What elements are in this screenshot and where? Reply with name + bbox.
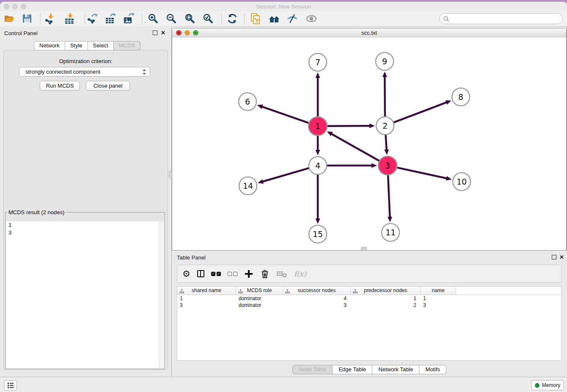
function-builder-icon[interactable]: f(x) (294, 270, 306, 278)
export-table-icon[interactable] (105, 13, 116, 25)
mcds-result-line: 1 (6, 221, 164, 229)
column-header-predecessor-nodes[interactable]: predecessor nodes (351, 287, 421, 295)
close-table-panel-icon[interactable]: ✕ (559, 254, 564, 260)
graph-edge-3-1[interactable] (331, 134, 379, 161)
graph-node-2[interactable]: 2 (376, 117, 394, 135)
graph-node-7[interactable]: 7 (309, 53, 327, 71)
import-table-icon[interactable] (63, 13, 75, 25)
apply-layout-icon[interactable] (226, 13, 238, 25)
open-from-ndex-icon[interactable] (268, 13, 280, 25)
column-type-icon (285, 288, 290, 296)
column-header-name[interactable]: name (421, 287, 456, 295)
zoom-out-icon[interactable] (165, 13, 177, 25)
edge-arrowhead (372, 163, 377, 168)
graph-edge-2-9[interactable] (385, 76, 385, 116)
float-panel-icon[interactable] (153, 30, 157, 35)
column-header-mcds-role[interactable]: MCDS role (236, 287, 283, 295)
tab-network-table[interactable]: Network Table (372, 365, 419, 374)
tab-select[interactable]: Select (88, 41, 114, 50)
graph-node-3[interactable]: 3 (378, 156, 397, 175)
memory-label: Memory (542, 382, 560, 388)
tab-mcds[interactable]: MCDS (114, 41, 140, 50)
tab-motifs[interactable]: Motifs (419, 365, 446, 374)
graph-node-14[interactable]: 14 (239, 177, 257, 195)
hide-selected-icon[interactable] (286, 13, 298, 25)
select-all-icon[interactable]: ✓✓ (211, 272, 221, 276)
cell-name[interactable]: 3 (421, 302, 456, 309)
graph-node-8[interactable]: 8 (452, 88, 470, 106)
optimization-criterion-value: strongly connected component (25, 69, 100, 75)
graph-node-4[interactable]: 4 (309, 157, 327, 174)
cell-successor-nodes[interactable]: 3 (283, 302, 351, 309)
table-row[interactable]: 3 dominator 3 2 3 (177, 302, 561, 309)
column-type-icon (353, 288, 358, 296)
export-to-ndex-icon[interactable] (250, 13, 261, 25)
application-window: Session: New Session (0, 0, 567, 392)
graph-edge-1-6[interactable] (261, 107, 308, 123)
task-history-button[interactable] (4, 380, 17, 390)
cell-shared-name[interactable]: 3 (177, 302, 236, 309)
cell-mcds-role[interactable]: dominator (236, 295, 283, 302)
table-header-row: shared name MCDS role successor nodes pr… (177, 287, 561, 295)
close-panel-button[interactable]: Close panel (86, 81, 130, 91)
zoom-fit-icon[interactable] (184, 13, 196, 25)
network-canvas[interactable]: 7968124314101511 (172, 38, 566, 250)
split-panel-icon[interactable] (197, 270, 204, 277)
tab-style[interactable]: Style (65, 41, 88, 50)
optimization-criterion-select[interactable]: strongly connected component (19, 67, 150, 77)
network-title: scc.txt (172, 30, 566, 36)
column-settings-icon[interactable]: ⚙ (182, 269, 190, 279)
cell-name[interactable]: 1 (421, 295, 456, 302)
graph-edge-1-2[interactable] (328, 126, 370, 126)
open-file-icon[interactable] (3, 13, 15, 25)
zoom-in-icon[interactable] (147, 13, 159, 25)
graph-edge-2-3[interactable] (385, 135, 386, 150)
delete-row-icon[interactable] (260, 269, 270, 279)
cell-predecessor-nodes[interactable]: 1 (351, 295, 421, 302)
graph-edge-3-10[interactable] (397, 168, 447, 179)
cell-mcds-role[interactable]: dominator (236, 302, 283, 309)
graph-edge-2-8[interactable] (394, 102, 447, 122)
delete-table-icon[interactable] (276, 269, 287, 279)
svg-text:9: 9 (382, 57, 387, 66)
graph-node-9[interactable]: 9 (376, 52, 394, 70)
add-row-icon[interactable] (244, 269, 253, 279)
cell-predecessor-nodes[interactable]: 2 (351, 302, 421, 309)
table-row[interactable]: 1 dominator 4 1 1 (177, 295, 561, 302)
graph-node-6[interactable]: 6 (239, 93, 256, 110)
graph-edge-4-14[interactable] (262, 168, 309, 182)
mcds-result-group: MCDS result (2 nodes) 1 3 (5, 209, 165, 369)
column-header-successor-nodes[interactable]: successor nodes (283, 287, 351, 295)
graph-node-10[interactable]: 10 (453, 173, 471, 190)
save-session-icon[interactable] (21, 13, 33, 25)
graph-node-15[interactable]: 15 (309, 225, 327, 243)
canvas-resize-grip[interactable] (361, 247, 367, 250)
edge-arrowhead (257, 105, 263, 109)
tab-edge-table[interactable]: Edge Table (333, 365, 372, 374)
cell-shared-name[interactable]: 1 (177, 295, 236, 302)
tab-node-table[interactable]: Node Table (292, 365, 333, 374)
export-image-icon[interactable] (123, 13, 135, 25)
search-field[interactable] (439, 13, 563, 24)
float-table-panel-icon[interactable] (552, 255, 556, 259)
deselect-all-icon[interactable] (228, 272, 237, 276)
run-mcds-button[interactable]: Run MCDS (40, 81, 80, 91)
column-header-shared-name[interactable]: shared name (177, 287, 236, 295)
memory-button[interactable]: Memory (531, 380, 564, 390)
search-input[interactable] (451, 14, 559, 24)
zoom-selected-icon[interactable] (202, 13, 214, 25)
graph-node-11[interactable]: 11 (382, 224, 399, 241)
close-panel-icon[interactable]: ✕ (161, 30, 165, 36)
svg-text:14: 14 (243, 181, 253, 190)
export-network-icon[interactable] (86, 13, 98, 25)
graph-edge-3-11[interactable] (388, 175, 390, 218)
tab-network[interactable]: Network (34, 41, 65, 50)
mcds-result-textarea[interactable]: 1 3 (6, 221, 164, 368)
graph-node-1[interactable]: 1 (308, 117, 327, 135)
result-scrollbar[interactable] (159, 221, 164, 368)
os-titlebar: Session: New Session (0, 2, 567, 11)
show-all-icon[interactable] (306, 13, 317, 25)
cell-successor-nodes[interactable]: 4 (283, 295, 351, 302)
control-panel-tabs: Network Style Select MCDS (34, 41, 140, 50)
import-network-icon[interactable] (44, 13, 56, 25)
